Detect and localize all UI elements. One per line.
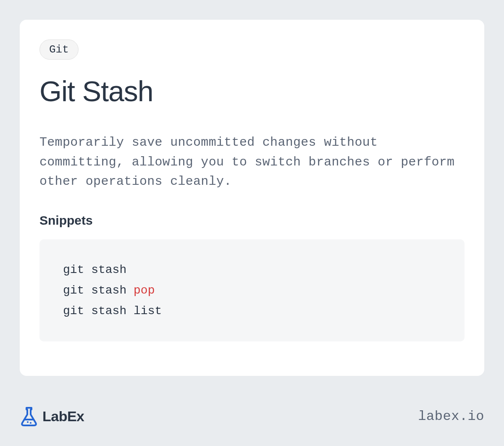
- description-text: Temporarily save uncommitted changes wit…: [39, 133, 465, 192]
- code-line: git stash pop: [63, 280, 441, 301]
- code-text: git stash: [63, 284, 134, 297]
- brand-name: LabEx: [42, 408, 84, 425]
- code-snippet-block: git stash git stash pop git stash list: [39, 239, 465, 341]
- svg-point-0: [27, 421, 29, 423]
- footer: LabEx labex.io: [20, 406, 484, 426]
- page-title: Git Stash: [39, 75, 465, 108]
- code-line: git stash list: [63, 301, 441, 321]
- site-url: labex.io: [418, 409, 484, 424]
- code-line: git stash: [63, 260, 441, 280]
- snippets-heading: Snippets: [39, 213, 465, 228]
- category-tag: Git: [39, 39, 79, 60]
- brand-logo: LabEx: [20, 406, 84, 426]
- svg-point-1: [30, 422, 32, 424]
- flask-icon: [20, 406, 38, 426]
- code-keyword: pop: [134, 284, 155, 297]
- content-card: Git Git Stash Temporarily save uncommitt…: [20, 20, 484, 376]
